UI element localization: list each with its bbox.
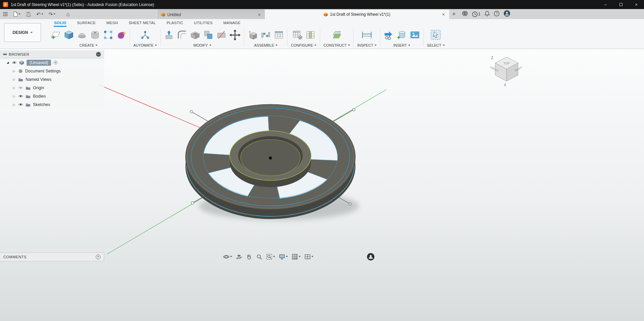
- minimize-button[interactable]: –: [598, 0, 613, 9]
- expand-caret-icon[interactable]: ▷: [12, 95, 16, 98]
- viewports-icon: [304, 254, 311, 260]
- select-group-label[interactable]: SELECT: [427, 43, 445, 47]
- configure-icon[interactable]: [292, 30, 302, 40]
- group-separator: [353, 29, 354, 47]
- viewport: ◀◀ BROWSER – ◢ (Unsaved) ▷ Document Sett…: [0, 49, 644, 321]
- create-form-icon[interactable]: [116, 30, 126, 40]
- construction-plane-icon[interactable]: [332, 30, 342, 40]
- help-button[interactable]: ?: [494, 11, 500, 18]
- split-body-icon[interactable]: [216, 30, 226, 40]
- pan-button[interactable]: [245, 253, 254, 261]
- expand-caret-icon[interactable]: ◢: [6, 61, 9, 64]
- file-icon: [13, 11, 18, 17]
- create-sketch-icon[interactable]: [51, 30, 61, 40]
- tab-solid[interactable]: SOLID: [54, 19, 67, 27]
- visibility-eye-icon[interactable]: [12, 61, 17, 64]
- maximize-button[interactable]: [613, 0, 629, 9]
- configuration-table-icon[interactable]: [305, 30, 315, 40]
- home-button[interactable]: ⌂: [65, 11, 71, 18]
- tab-mesh[interactable]: MESH: [106, 19, 118, 27]
- browser-item-document-settings[interactable]: ▷ Document Settings: [0, 67, 104, 75]
- hole-icon[interactable]: [90, 30, 100, 40]
- press-pull-icon[interactable]: [164, 30, 174, 40]
- joint-icon[interactable]: [261, 30, 271, 40]
- redo-button[interactable]: ↷: [48, 11, 57, 17]
- document-tab-active[interactable]: 1st Draft of Steering Wheel v1*(1) ×: [265, 10, 449, 19]
- collapse-panel-icon[interactable]: ◀◀: [0, 53, 9, 56]
- insert-mesh-icon[interactable]: [397, 30, 407, 40]
- workspace-selector[interactable]: DESIGN: [4, 23, 41, 42]
- assemble-group-label[interactable]: ASSEMBLE: [254, 43, 277, 47]
- modify-group-label[interactable]: MODIFY: [194, 43, 211, 47]
- new-tab-button[interactable]: +: [450, 11, 458, 18]
- expand-caret-icon[interactable]: ▷: [12, 103, 16, 106]
- expand-caret-icon[interactable]: ▷: [12, 69, 16, 73]
- pattern-icon[interactable]: [103, 30, 113, 40]
- expand-caret-icon[interactable]: ▷: [12, 86, 16, 90]
- app-grid-button[interactable]: [2, 11, 9, 17]
- bom-table-icon[interactable]: [274, 30, 284, 40]
- undo-button[interactable]: ↶: [35, 11, 44, 17]
- tab-manage[interactable]: MANAGE: [223, 19, 241, 27]
- grid-snap-button[interactable]: [290, 253, 302, 261]
- notifications-button[interactable]: [484, 11, 490, 18]
- tab-utilities[interactable]: UTILITIES: [194, 19, 213, 27]
- browser-header: ◀◀ BROWSER –: [0, 50, 104, 58]
- close-button[interactable]: ×: [629, 0, 644, 9]
- save-icon: [26, 12, 31, 17]
- file-menu-button[interactable]: [12, 11, 22, 17]
- visibility-eye-icon[interactable]: [18, 103, 23, 106]
- measure-icon[interactable]: [362, 30, 372, 40]
- assistant-button[interactable]: [367, 253, 375, 261]
- combine-icon[interactable]: [203, 30, 213, 40]
- comments-panel[interactable]: COMMENTS +: [0, 253, 104, 261]
- canvas-icon[interactable]: [410, 30, 420, 40]
- account-avatar[interactable]: [504, 10, 510, 18]
- automate-icon[interactable]: [140, 30, 150, 40]
- insert-derive-icon[interactable]: [384, 30, 394, 40]
- tab-close-icon[interactable]: ×: [441, 12, 446, 17]
- construct-group-label[interactable]: CONSTRUCT: [324, 43, 350, 47]
- fit-button[interactable]: [265, 253, 276, 261]
- add-comment-icon[interactable]: +: [96, 255, 100, 259]
- tab-plastic[interactable]: PLASTIC: [166, 19, 183, 27]
- shell-icon[interactable]: [190, 30, 200, 40]
- display-settings-button[interactable]: [277, 253, 289, 261]
- extensions-button[interactable]: [462, 10, 468, 18]
- insert-group-label[interactable]: INSERT: [393, 43, 410, 47]
- document-tab-untitled[interactable]: Untitled ×: [158, 10, 265, 19]
- tab-close-icon[interactable]: ×: [257, 12, 262, 17]
- browser-item-named-views[interactable]: ▷ Named Views: [0, 75, 104, 84]
- visibility-eye-off-icon[interactable]: [18, 86, 23, 90]
- revolve-icon[interactable]: [77, 30, 87, 40]
- activate-radio-icon[interactable]: [53, 60, 58, 65]
- fillet-icon[interactable]: [177, 30, 187, 40]
- orbit-button[interactable]: [222, 253, 233, 261]
- save-button[interactable]: [25, 11, 32, 17]
- browser-item-sketches[interactable]: ▷ Sketches: [0, 100, 104, 109]
- primitive-box-icon[interactable]: [64, 30, 74, 40]
- ribbon: DESIGN SOLID SURFACE MESH SHEET METAL PL…: [0, 19, 644, 49]
- expand-caret-icon[interactable]: ▷: [12, 78, 16, 81]
- inspect-group-label[interactable]: INSPECT: [357, 43, 377, 47]
- tab-surface[interactable]: SURFACE: [77, 19, 96, 27]
- visibility-eye-icon[interactable]: [18, 94, 23, 98]
- panel-display-mode-icon[interactable]: –: [96, 52, 101, 57]
- steering-wheel-model[interactable]: [185, 104, 359, 220]
- browser-item-bodies[interactable]: ▷ Bodies: [0, 92, 104, 100]
- look-at-button[interactable]: [234, 253, 244, 261]
- browser-item-origin[interactable]: ▷ Origin: [0, 84, 104, 92]
- new-component-icon[interactable]: [248, 30, 258, 40]
- zoom-button[interactable]: [255, 253, 264, 261]
- tab-sheet-metal[interactable]: SHEET METAL: [128, 19, 156, 27]
- select-icon[interactable]: [430, 30, 441, 40]
- configure-group-label[interactable]: CONFIGURE: [291, 43, 316, 47]
- browser-root-row[interactable]: ◢ (Unsaved): [0, 58, 104, 67]
- automate-group-label[interactable]: AUTOMATE: [133, 43, 157, 47]
- viewports-button[interactable]: [303, 253, 315, 261]
- move-copy-icon[interactable]: [229, 30, 241, 41]
- job-status-button[interactable]: 1: [472, 11, 481, 17]
- browser-item-label: Bodies: [33, 94, 46, 99]
- job-count-badge: 1: [478, 12, 481, 16]
- create-group-label[interactable]: CREATE: [80, 43, 98, 47]
